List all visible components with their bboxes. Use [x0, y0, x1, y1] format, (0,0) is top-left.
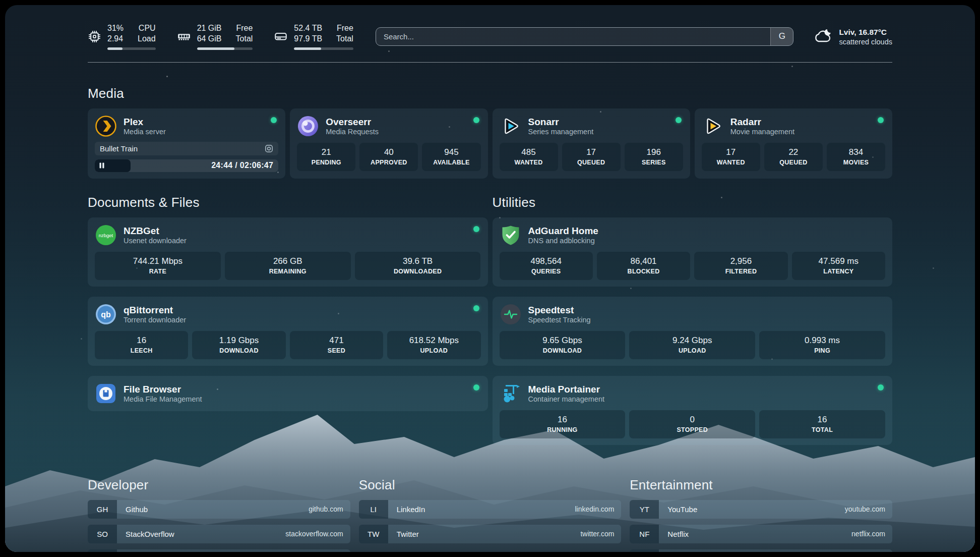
stat-tile: 17 QUEUED: [562, 143, 621, 171]
bookmark-dev[interactable]: DT DEV dev.to: [88, 549, 350, 552]
portainer-stats: 16 RUNNING 0 STOPPED 16 TOTAL: [500, 410, 886, 438]
search-provider-button[interactable]: G: [770, 28, 793, 45]
disk-widget: 52.4 TB 97.9 TB Free Total: [274, 23, 353, 50]
bookmark-netflix[interactable]: NF Netflix netflix.com: [630, 525, 892, 543]
topbar-divider: [88, 62, 892, 63]
memory-free: 21 GiB: [197, 23, 222, 34]
bookmark-name: Netflix: [659, 525, 851, 543]
section-media: Media Plex Media: [88, 86, 892, 179]
stat-tile: 22 QUEUED: [764, 143, 823, 171]
stat-tile: 498,564 QUERIES: [500, 252, 593, 280]
qbittorrent-card[interactable]: qb qBittorrent Torrent downloader 16: [88, 297, 488, 366]
bookmark-abbr: RE: [630, 549, 659, 552]
speedtest-icon: [500, 303, 522, 325]
stat-tile: 0 STOPPED: [629, 410, 755, 438]
section-utilities: Utilities: [493, 195, 893, 455]
bookmark-abbr: YT: [630, 500, 659, 519]
sonarr-status-dot: [676, 117, 682, 123]
sonarr-subtitle: Series management: [528, 128, 594, 136]
pause-icon[interactable]: [99, 162, 104, 169]
plex-icon: [95, 115, 117, 137]
disk-total: 97.9 TB: [294, 34, 322, 44]
sonarr-stats: 485 WANTED 17 QUEUED 196 SERIES: [500, 143, 683, 171]
overseerr-stats: 21 PENDING 40 APPROVED 945 AVAILABLE: [297, 143, 480, 171]
stat-tile: 0.993 ms PING: [759, 331, 885, 359]
stat-tile: 471 SEED: [290, 331, 383, 359]
plex-title: Plex: [124, 116, 166, 128]
bookmark-github[interactable]: GH Github github.com: [88, 500, 350, 519]
sonarr-card[interactable]: Sonarr Series management 485 WANTED 17: [493, 108, 690, 179]
plex-card[interactable]: Plex Media server Bullet Train: [88, 108, 285, 179]
speedtest-card[interactable]: Speedtest Speedtest Tracking 9.65 Gbps D…: [493, 297, 893, 366]
weather-condition: scattered clouds: [839, 38, 892, 46]
stat-tile: 16 TOTAL: [759, 410, 885, 438]
filebrowser-card[interactable]: File Browser Media File Management: [88, 376, 488, 411]
filebrowser-subtitle: Media File Management: [124, 395, 202, 403]
cpu-label-top: CPU: [138, 23, 156, 34]
media-view-icon[interactable]: [265, 144, 273, 153]
disk-label-bottom: Total: [336, 34, 353, 44]
nzbget-subtitle: Usenet downloader: [124, 237, 187, 245]
stat-tile: 266 GB REMAINING: [225, 252, 351, 280]
stat-tile: 196 SERIES: [625, 143, 683, 171]
radarr-card-header: Radarr Movie management: [702, 115, 885, 137]
bookmark-domain: github.com: [309, 500, 350, 519]
entertainment-heading: Entertainment: [630, 477, 892, 493]
cpu-progress-fill: [107, 47, 122, 50]
stat-tile: 17 WANTED: [702, 143, 760, 171]
snow-particles: [5, 5, 7, 7]
memory-progress-fill: [197, 47, 234, 50]
overseerr-card[interactable]: Overseerr Media Requests 21 PENDING 40: [290, 108, 487, 179]
bookmark-domain: stackoverflow.com: [285, 525, 350, 543]
bookmark-youtube[interactable]: YT YouTube youtube.com: [630, 500, 892, 519]
radarr-status-dot: [878, 117, 884, 123]
overseerr-card-header: Overseerr Media Requests: [297, 115, 480, 137]
qbittorrent-card-header: qb qBittorrent Torrent downloader: [95, 303, 481, 325]
stat-tile: 744.21 Mbps RATE: [95, 252, 221, 280]
adguard-card[interactable]: AdGuard Home DNS and adblocking 498,564 …: [493, 217, 893, 287]
cpu-widget: 31% 2.94 CPU Load: [88, 23, 156, 50]
bookmark-stackoverflow[interactable]: SO StackOverflow stackoverflow.com: [88, 525, 350, 543]
search-bar: G: [376, 27, 794, 46]
bookmark-domain: netflix.com: [851, 525, 892, 543]
memory-stats: 21 GiB 64 GiB Free Total: [197, 23, 253, 50]
bookmark-name: Twitter: [388, 525, 581, 543]
disk-free: 52.4 TB: [294, 23, 322, 34]
app-window: 31% 2.94 CPU Load: [0, 0, 980, 557]
nzbget-card[interactable]: nzbget NZBGet Usenet downloader 744.: [88, 217, 488, 287]
memory-icon: [177, 29, 191, 43]
adguard-icon: [500, 224, 522, 246]
radarr-card[interactable]: Radarr Movie management 17 WANTED 22: [695, 108, 892, 179]
bookmark-abbr: TW: [359, 525, 388, 543]
portainer-card-header: Media Portainer Container management: [500, 382, 886, 405]
portainer-card[interactable]: Media Portainer Container management 16 …: [493, 376, 893, 445]
filebrowser-status-dot: [473, 384, 479, 391]
bookmark-linkedin[interactable]: LI LinkedIn linkedin.com: [359, 500, 622, 519]
radarr-icon: [702, 115, 724, 137]
cpu-percent: 31%: [107, 23, 124, 34]
speedtest-card-header: Speedtest Speedtest Tracking: [500, 303, 886, 325]
plex-progress-bar[interactable]: 24:44 / 02:06:47: [95, 159, 278, 172]
disk-progress-fill: [294, 47, 321, 50]
search-input[interactable]: [376, 27, 794, 46]
stat-tile: 1.19 Gbps DOWNLOAD: [192, 331, 285, 359]
adguard-card-header: AdGuard Home DNS and adblocking: [500, 224, 886, 246]
media-grid: Plex Media server Bullet Train: [88, 108, 892, 179]
cloud-moon-icon: [813, 26, 833, 46]
utilities-heading: Utilities: [493, 195, 893, 210]
bookmark-reddit[interactable]: RE Reddit reddit.com: [630, 549, 892, 552]
section-documents: Documents & Files nzbget NZBGet: [88, 195, 488, 421]
disk-icon: [274, 29, 288, 43]
bookmark-name: LinkedIn: [388, 500, 575, 519]
filebrowser-icon: [95, 382, 117, 405]
bookmark-abbr: NF: [630, 525, 659, 543]
cpu-icon: [88, 30, 101, 43]
bookmark-name: Reddit: [659, 549, 852, 552]
stat-tile: 47.569 ms LATENCY: [792, 252, 885, 280]
section-social: Social LI LinkedIn linkedin.com TW Twitt…: [359, 477, 622, 552]
plex-now-playing-row: Bullet Train: [95, 142, 278, 155]
adguard-subtitle: DNS and adblocking: [528, 237, 598, 245]
dashboard-background: 31% 2.94 CPU Load: [5, 5, 975, 552]
bookmark-twitter[interactable]: TW Twitter twitter.com: [359, 525, 622, 543]
memory-progress-track: [197, 47, 253, 50]
